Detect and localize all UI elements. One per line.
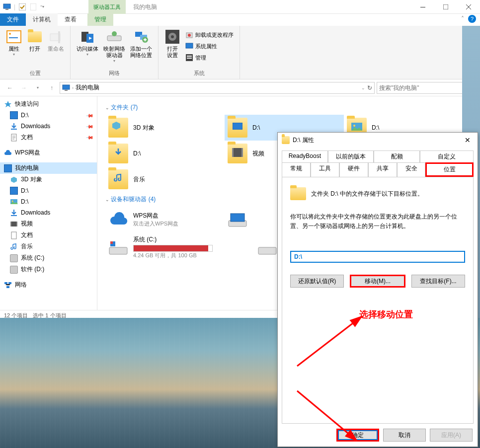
tab-manage[interactable]: 管理 [87,13,113,26]
dialog-move-button[interactable]: 移动(M)... [350,275,405,288]
drive-item-wps[interactable]: WPS网盘 双击进入WPS网盘 [105,207,225,232]
svg-rect-44 [232,148,234,157]
folder-icon [282,136,290,144]
ribbon-access-media[interactable]: 访问媒体 ▾ [75,28,100,58]
folder-item-d3[interactable]: D:\ [105,141,225,166]
picture-icon [10,198,18,206]
titlebar: | ⁼▾ 驱动器工具 我的电脑 [0,0,480,14]
svg-rect-27 [65,90,68,91]
qat-dropdown-icon[interactable]: ⁼▾ [40,4,44,9]
sidebar-wps[interactable]: WPS网盘 [0,147,97,158]
sidebar-item-documents[interactable]: 文档 📌 [0,132,97,143]
folder-label: D:\ [252,124,260,131]
nav-recent-button[interactable]: ▾ [32,82,44,94]
ribbon-sys-props[interactable]: 系统属性 [183,41,236,51]
dialog-path-input[interactable] [290,251,465,263]
ribbon-uninstall[interactable]: 卸载或更改程序 [183,30,236,40]
dialog-tab-readyboost[interactable]: ReadyBoost [282,150,328,162]
annotation-arrow-1 [292,311,367,371]
address-dropdown-icon[interactable]: ⌄ [361,85,365,90]
nav-forward-button[interactable]: → [18,82,30,94]
ribbon-map-drive[interactable]: 映射网络 驱动器 ▾ [101,28,127,64]
ribbon-rename-label: 重命名 [48,46,64,52]
ribbon-sys-props-label: 系统属性 [195,43,217,50]
dialog-tab-hardware[interactable]: 硬件 [339,162,368,177]
ribbon-open[interactable]: 打开 [25,28,45,53]
folders-section-header[interactable]: ⌄ 文件夹 (7) [105,100,472,115]
sidebar-item-drive-c[interactable]: 系统 (C:) [0,252,97,264]
chevron-right-icon[interactable]: › [72,85,74,90]
close-button[interactable] [457,0,480,14]
checkbox-icon[interactable] [18,3,26,11]
ribbon-manage[interactable]: 管理 [183,53,236,63]
dialog-tab-tools[interactable]: 工具 [311,162,339,177]
dialog-tab-general[interactable]: 常规 [282,162,311,177]
sidebar-item-d2[interactable]: D:\ [0,196,97,207]
dialog-find-button[interactable]: 查找目标(F)... [411,275,465,288]
svg-rect-26 [63,85,70,89]
ribbon-add-location[interactable]: 添加一个 网络位置 [128,28,154,60]
dialog-ok-button[interactable]: 确定 [336,429,379,442]
maximize-button[interactable] [434,0,457,14]
svg-rect-1 [5,9,8,10]
svg-point-7 [9,33,11,35]
help-icon[interactable]: ? [468,15,476,23]
sidebar-item-music[interactable]: 音乐 [0,241,97,252]
svg-rect-50 [110,241,113,244]
svg-rect-32 [11,215,17,216]
monitor-icon [10,187,18,195]
dialog-tab-previous[interactable]: 以前的版本 [328,150,374,162]
dialog-restore-button[interactable]: 还原默认值(R) [290,275,344,288]
monitor-icon [4,164,12,172]
folder-item-music[interactable]: 音乐 [105,166,225,192]
folder-item-3d[interactable]: 3D 对象 [105,115,225,141]
nav-back-button[interactable]: ← [4,82,16,94]
dialog-tab-sharing[interactable]: 共享 [368,162,397,177]
sidebar-item-docs2[interactable]: 文档 [0,229,97,241]
window-title: 我的电脑 [133,0,157,14]
download-icon [10,122,18,130]
sidebar-item-video[interactable]: 视频 [0,218,97,229]
sidebar-item-downloads[interactable]: Downloads 📌 [0,121,97,132]
ribbon-properties[interactable]: 属性 ▾ [4,28,24,58]
dialog-apply-button[interactable]: 应用(A) [430,429,473,442]
ribbon-map-drive-label: 映射网络 驱动器 [103,46,125,59]
ribbon-properties-label: 属性 [8,46,19,52]
svg-rect-9 [58,31,60,43]
drive-label: 系统 (C:) [133,235,213,244]
drive-item-c[interactable]: 系统 (C:) 4.24 GB 可用，共 100 GB [105,232,254,262]
search-input[interactable] [379,84,466,91]
address-bar[interactable]: › 我的电脑 ⌄ ↻ [60,82,375,94]
dialog-tab-custom[interactable]: 自定义 [420,150,474,162]
sidebar-item-drive-d[interactable]: 软件 (D:) [0,264,97,275]
sidebar-network[interactable]: 网络 [0,279,97,291]
svg-rect-0 [3,4,10,8]
sidebar-item-d-drive[interactable]: D:\ 📌 [0,110,97,121]
tab-view[interactable]: 查看 [58,13,83,26]
dialog-tab-quota[interactable]: 配额 [374,150,420,162]
sidebar-quick-access[interactable]: 快速访问 [0,98,97,110]
blank-doc-icon[interactable] [29,3,37,11]
dialog-cancel-button[interactable]: 取消 [383,429,426,442]
dialog-tab-location[interactable]: 位置 [425,162,474,177]
minimize-button[interactable] [411,0,434,14]
dialog-close-button[interactable]: ✕ [460,135,476,146]
dialog-tab-security[interactable]: 安全 [397,162,426,177]
collapse-ribbon-icon[interactable]: ˄ [461,15,464,22]
sidebar-item-downloads2[interactable]: Downloads [0,207,97,218]
star-icon [4,100,12,108]
folder-label: 音乐 [133,175,145,184]
refresh-icon[interactable]: ↻ [367,84,372,91]
sidebar-item-3d[interactable]: 3D 对象 [0,174,97,185]
sidebar-item-d1[interactable]: D:\ [0,185,97,196]
svg-rect-43 [232,148,243,157]
sidebar-quick-access-label: 快速访问 [15,100,39,108]
tab-computer[interactable]: 计算机 [26,13,58,26]
sidebar-mypc[interactable]: 我的电脑 [0,162,97,174]
search-bar[interactable]: 🔍 [377,82,476,94]
ribbon-open-settings[interactable]: 打开 设置 [162,28,182,60]
svg-rect-47 [231,214,244,222]
tab-file[interactable]: 文件 [0,13,26,26]
nav-up-button[interactable]: ↑ [46,82,58,94]
dialog-body: 文件夹 D:\ 中的文件存储于以下目标位置。 你可以将此文件夹中文件存储的位置更… [282,177,474,424]
